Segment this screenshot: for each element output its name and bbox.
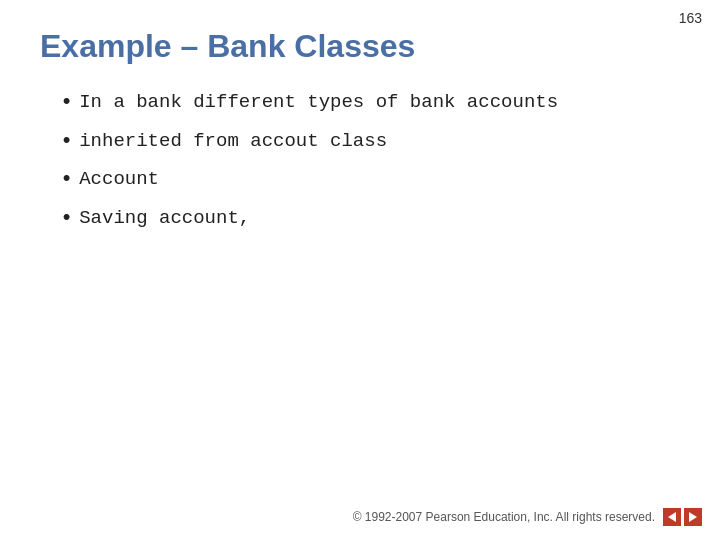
next-arrow-icon xyxy=(689,512,697,522)
page-number: 163 xyxy=(679,10,702,26)
slide-title: Example – Bank Classes xyxy=(40,28,680,65)
bullet-text-1: inherited from accout class xyxy=(79,128,387,156)
bullet-text-3: Saving account, xyxy=(79,205,250,233)
bullet-dot-icon: • xyxy=(60,89,73,118)
copyright-text: © 1992-2007 Pearson Education, Inc. All … xyxy=(353,510,655,524)
list-item: •Account xyxy=(60,166,680,195)
slide: 163 Example – Bank Classes •In a bank di… xyxy=(0,0,720,540)
prev-arrow-icon xyxy=(668,512,676,522)
next-button[interactable] xyxy=(684,508,702,526)
bullet-text-0: In a bank different types of bank accoun… xyxy=(79,89,558,117)
bullet-dot-icon: • xyxy=(60,128,73,157)
list-item: •inherited from accout class xyxy=(60,128,680,157)
bullet-dot-icon: • xyxy=(60,166,73,195)
prev-button[interactable] xyxy=(663,508,681,526)
list-item: •Saving account, xyxy=(60,205,680,234)
bullet-list: •In a bank different types of bank accou… xyxy=(60,89,680,233)
nav-buttons xyxy=(663,508,702,526)
list-item: •In a bank different types of bank accou… xyxy=(60,89,680,118)
bullet-dot-icon: • xyxy=(60,205,73,234)
footer: © 1992-2007 Pearson Education, Inc. All … xyxy=(353,508,702,526)
bullet-text-2: Account xyxy=(79,166,159,194)
